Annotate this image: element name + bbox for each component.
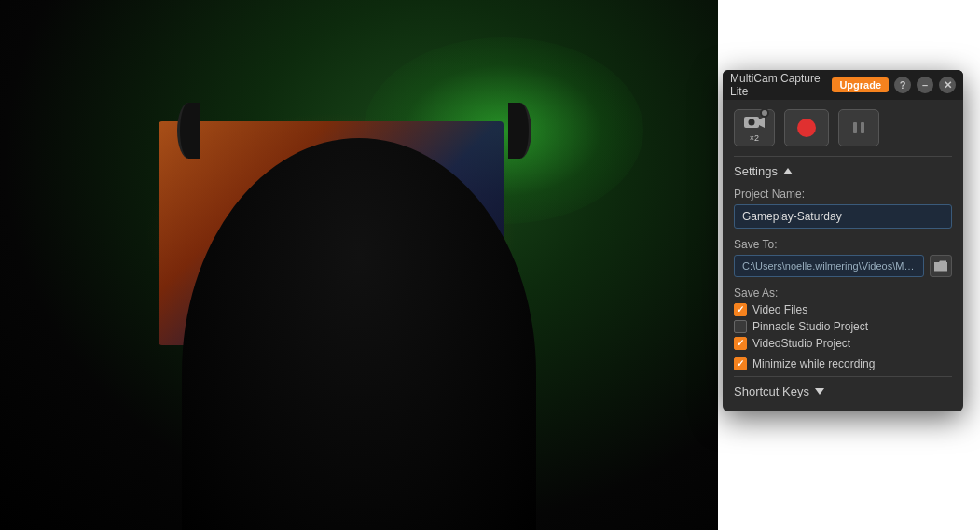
title-bar: MultiCam Capture Lite Upgrade ? – ✕ bbox=[723, 70, 963, 100]
video-files-checkbox[interactable]: ✓ bbox=[734, 303, 747, 316]
shortcut-keys-row[interactable]: Shortcut Keys bbox=[734, 381, 952, 402]
svg-point-2 bbox=[749, 119, 755, 125]
upgrade-button[interactable]: Upgrade bbox=[832, 77, 889, 92]
minimize-label: Minimize while recording bbox=[752, 357, 875, 370]
videostudio-row: ✓ VideoStudio Project bbox=[734, 337, 952, 350]
settings-content: Project Name: Save To: Save As: ✓ Video … bbox=[723, 184, 963, 411]
close-button[interactable]: ✕ bbox=[939, 77, 956, 93]
record-button[interactable] bbox=[784, 109, 829, 146]
settings-collapse-icon bbox=[783, 168, 793, 174]
speed-label: ×2 bbox=[750, 133, 759, 143]
app-title: MultiCam Capture Lite bbox=[730, 72, 826, 98]
save-to-label: Save To: bbox=[734, 238, 952, 251]
camera-settings-button[interactable]: ×2 bbox=[734, 109, 775, 146]
save-as-section: Save As: ✓ Video Files Pinnacle Studio P… bbox=[734, 286, 952, 350]
minimize-window-button[interactable]: – bbox=[917, 77, 933, 93]
background-image bbox=[0, 0, 718, 530]
minimize-checkbox[interactable]: ✓ bbox=[734, 357, 747, 370]
browse-folder-button[interactable] bbox=[930, 255, 952, 277]
settings-label: Settings bbox=[734, 164, 778, 178]
pause-button[interactable] bbox=[838, 109, 879, 146]
project-name-label: Project Name: bbox=[734, 188, 952, 201]
folder-icon bbox=[934, 260, 947, 272]
help-button[interactable]: ? bbox=[894, 77, 911, 93]
svg-rect-3 bbox=[853, 122, 857, 133]
shortcut-keys-expand-icon bbox=[815, 388, 824, 395]
app-window: MultiCam Capture Lite Upgrade ? – ✕ ×2 bbox=[723, 70, 963, 411]
settings-header[interactable]: Settings bbox=[723, 157, 963, 184]
pinnacle-studio-checkbox[interactable] bbox=[734, 320, 747, 333]
project-name-input[interactable] bbox=[734, 204, 952, 229]
svg-marker-1 bbox=[759, 117, 765, 128]
shortcut-keys-label: Shortcut Keys bbox=[734, 384, 809, 398]
settings-divider bbox=[734, 376, 952, 377]
headphone-left bbox=[177, 103, 200, 159]
pinnacle-studio-row: Pinnacle Studio Project bbox=[734, 320, 952, 333]
videostudio-label: VideoStudio Project bbox=[752, 337, 850, 350]
pause-icon bbox=[850, 119, 867, 136]
videostudio-checkbox[interactable]: ✓ bbox=[734, 337, 747, 350]
gear-icon bbox=[760, 108, 769, 118]
video-files-label: Video Files bbox=[752, 303, 807, 316]
video-files-row: ✓ Video Files bbox=[734, 303, 952, 316]
svg-rect-4 bbox=[861, 122, 864, 133]
toolbar: ×2 bbox=[723, 100, 963, 156]
minimize-row: ✓ Minimize while recording bbox=[734, 357, 952, 370]
save-as-label: Save As: bbox=[734, 286, 952, 300]
headphone-right bbox=[508, 103, 531, 159]
save-to-path-input[interactable] bbox=[734, 255, 924, 277]
record-circle-icon bbox=[797, 119, 816, 137]
pinnacle-studio-label: Pinnacle Studio Project bbox=[752, 320, 868, 333]
save-to-row bbox=[734, 255, 952, 277]
